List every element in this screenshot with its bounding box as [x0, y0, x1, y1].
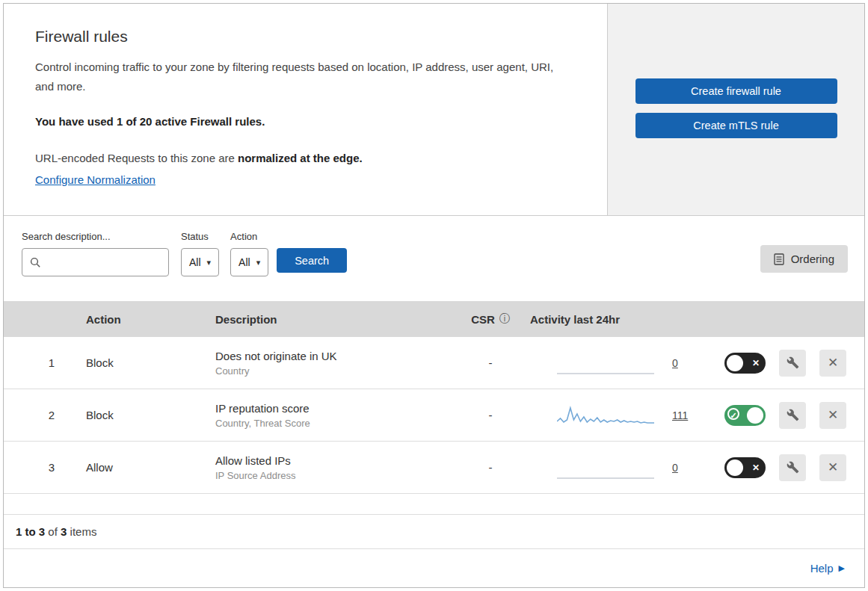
rule-controls: ✓ ✕ ✕: [689, 454, 864, 481]
table-header: Action Description CSR ⓘ Activity last 2…: [4, 301, 864, 337]
normalization-text: URL-encoded Requests to this zone are: [35, 152, 238, 164]
activity-sparkline: [557, 455, 654, 480]
rule-controls: ✓ ✕ ✕: [689, 402, 864, 429]
search-button[interactable]: Search: [277, 248, 347, 273]
close-icon: ✕: [828, 355, 838, 371]
edit-rule-button[interactable]: [779, 402, 806, 429]
action-filter-value: All: [238, 256, 250, 268]
rule-description-cell: Does not originate in UK Country: [210, 350, 457, 377]
toggle-knob: [727, 460, 743, 476]
create-firewall-rule-button[interactable]: Create firewall rule: [635, 78, 837, 104]
close-icon: ✕: [828, 460, 838, 475]
rule-description-cell: IP reputation score Country, Threat Scor…: [210, 402, 457, 429]
wrench-icon: [787, 461, 799, 474]
action-filter-dropdown[interactable]: All ▾: [230, 248, 268, 276]
activity-count-link[interactable]: 111: [672, 409, 688, 421]
table-row: 3 Allow Allow listed IPs IP Source Addre…: [4, 442, 864, 494]
filter-bar: Search description... Status All ▾ Actio…: [4, 216, 864, 301]
activity-sparkline: [557, 350, 654, 376]
rule-activity-cell: 0: [524, 350, 689, 376]
normalization-bold-text: normalized at the edge.: [238, 152, 363, 164]
rule-fields: Country, Threat Score: [215, 418, 457, 429]
page-title: Firewall rules: [35, 28, 573, 46]
help-link[interactable]: Help ▶: [810, 562, 845, 575]
toggle-knob: [727, 355, 743, 371]
description-column-header: Description: [210, 313, 457, 326]
items-of-text: of: [48, 525, 58, 538]
ordering-button[interactable]: Ordering: [760, 245, 848, 273]
csr-column-header: CSR ⓘ: [457, 312, 524, 326]
search-field[interactable]: [22, 248, 169, 276]
activity-column-header: Activity last 24hr: [524, 313, 689, 326]
rule-fields: Country: [215, 365, 457, 377]
rule-action: Block: [81, 409, 210, 421]
items-label: items: [70, 525, 97, 538]
rule-csr-value: -: [457, 356, 524, 369]
rule-description: Does not originate in UK: [215, 350, 457, 362]
search-group: Search description...: [22, 231, 169, 276]
usage-summary: You have used 1 of 20 active Firewall ru…: [35, 115, 573, 128]
firewall-rules-page: Firewall rules Control incoming traffic …: [3, 3, 865, 588]
activity-count-link[interactable]: 0: [672, 357, 678, 369]
table-bottom-spacer: [4, 494, 864, 515]
help-bar: Help ▶: [4, 549, 864, 587]
edit-rule-button[interactable]: [779, 350, 806, 377]
action-column-header: Action: [81, 313, 210, 326]
rule-description: IP reputation score: [215, 402, 457, 415]
rule-description-cell: Allow listed IPs IP Source Address: [210, 454, 457, 481]
rule-csr-value: -: [457, 461, 524, 474]
chevron-down-icon: ▾: [256, 259, 261, 267]
wrench-icon: [787, 409, 799, 421]
table-row: 1 Block Does not originate in UK Country…: [4, 337, 864, 389]
rule-csr-value: -: [457, 409, 524, 421]
normalization-note: URL-encoded Requests to this zone are no…: [35, 149, 573, 168]
create-mtls-rule-button[interactable]: Create mTLS rule: [635, 113, 837, 138]
items-count-footer: 1 to 3 of 3 items: [4, 515, 864, 549]
toggle-knob: [747, 407, 763, 424]
search-label: Search description...: [22, 231, 169, 242]
hero-text-panel: Firewall rules Control incoming traffic …: [4, 4, 608, 215]
toggle-x-icon: ✕: [752, 358, 760, 368]
status-filter-group: Status All ▾: [181, 231, 219, 276]
delete-rule-button[interactable]: ✕: [819, 350, 846, 377]
rule-action: Block: [81, 356, 210, 369]
delete-rule-button[interactable]: ✕: [819, 454, 846, 481]
hero-section: Firewall rules Control incoming traffic …: [4, 4, 864, 216]
close-icon: ✕: [828, 407, 838, 423]
rule-fields: IP Source Address: [215, 470, 457, 481]
items-range: 1 to 3: [16, 525, 45, 538]
csr-header-label: CSR: [471, 313, 495, 326]
configure-normalization-link[interactable]: Configure Normalization: [35, 173, 156, 186]
rule-enabled-toggle[interactable]: ✓ ✕: [724, 353, 766, 374]
table-row: 2 Block IP reputation score Country, Thr…: [4, 389, 864, 442]
rule-priority: 1: [22, 356, 81, 369]
rule-action: Allow: [81, 461, 210, 474]
status-filter-label: Status: [181, 231, 219, 242]
status-filter-dropdown[interactable]: All ▾: [181, 248, 219, 276]
toggle-x-icon: ✕: [752, 462, 760, 473]
page-description: Control incoming traffic to your zone by…: [35, 58, 573, 97]
help-arrow-icon: ▶: [839, 563, 845, 573]
search-description-input[interactable]: [46, 256, 168, 269]
rule-enabled-toggle[interactable]: ✓ ✕: [724, 457, 766, 478]
chevron-down-icon: ▾: [207, 259, 212, 267]
ordering-button-label: Ordering: [791, 253, 834, 265]
activity-sparkline: [557, 403, 654, 428]
help-label: Help: [810, 562, 834, 575]
items-total: 3: [61, 525, 67, 538]
rule-activity-cell: 111: [524, 403, 689, 428]
rule-enabled-toggle[interactable]: ✓ ✕: [724, 405, 766, 426]
activity-count-link[interactable]: 0: [672, 462, 678, 474]
rule-activity-cell: 0: [524, 455, 689, 480]
info-icon[interactable]: ⓘ: [499, 312, 510, 326]
list-document-icon: [774, 253, 784, 265]
rule-controls: ✓ ✕ ✕: [689, 350, 864, 377]
wrench-icon: [787, 356, 799, 369]
rule-priority: 3: [22, 461, 81, 474]
action-filter-label: Action: [230, 231, 268, 242]
edit-rule-button[interactable]: [779, 454, 806, 481]
hero-actions-panel: Create firewall rule Create mTLS rule: [608, 4, 864, 215]
status-filter-value: All: [189, 256, 201, 268]
search-icon: [30, 257, 41, 268]
delete-rule-button[interactable]: ✕: [819, 402, 846, 429]
